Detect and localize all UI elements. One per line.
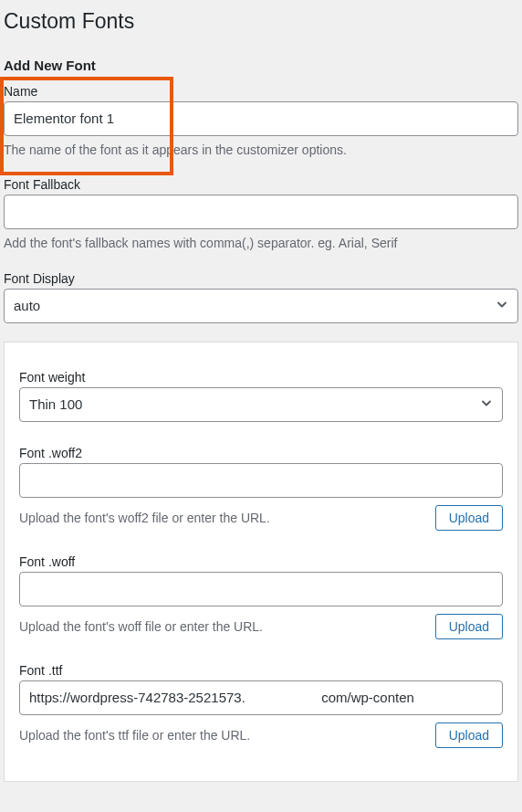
display-select[interactable]: auto <box>4 289 518 323</box>
fallback-help-text: Add the font's fallback names with comma… <box>4 235 518 253</box>
woff-help-text: Upload the font's woff file or enter the… <box>19 619 424 634</box>
weight-label: Font weight <box>19 370 503 385</box>
woff-input[interactable] <box>19 572 503 606</box>
variation-panel: Font weight Thin 100 Font .woff2 Upload … <box>4 342 518 782</box>
name-input[interactable] <box>4 101 518 136</box>
display-label: Font Display <box>4 271 518 286</box>
name-help-text: The name of the font as it appears in th… <box>4 142 518 160</box>
page-title: Custom Fonts <box>0 0 522 39</box>
fallback-label: Font Fallback <box>4 177 518 192</box>
ttf-label: Font .ttf <box>19 663 503 678</box>
fallback-input[interactable] <box>4 195 518 229</box>
weight-select[interactable]: Thin 100 <box>19 387 503 422</box>
woff2-help-text: Upload the font's woff2 file or enter th… <box>19 511 424 525</box>
woff2-label: Font .woff2 <box>19 446 503 460</box>
woff-label: Font .woff <box>19 554 503 569</box>
woff-upload-button[interactable]: Upload <box>435 614 503 639</box>
ttf-upload-button[interactable]: Upload <box>435 722 503 748</box>
ttf-help-text: Upload the font's ttf file or enter the … <box>19 728 424 743</box>
section-subtitle: Add New Font <box>0 39 522 80</box>
ttf-input[interactable] <box>19 680 503 715</box>
woff2-upload-button[interactable]: Upload <box>435 505 503 531</box>
woff2-input[interactable] <box>19 463 503 498</box>
name-label: Name <box>4 84 518 99</box>
